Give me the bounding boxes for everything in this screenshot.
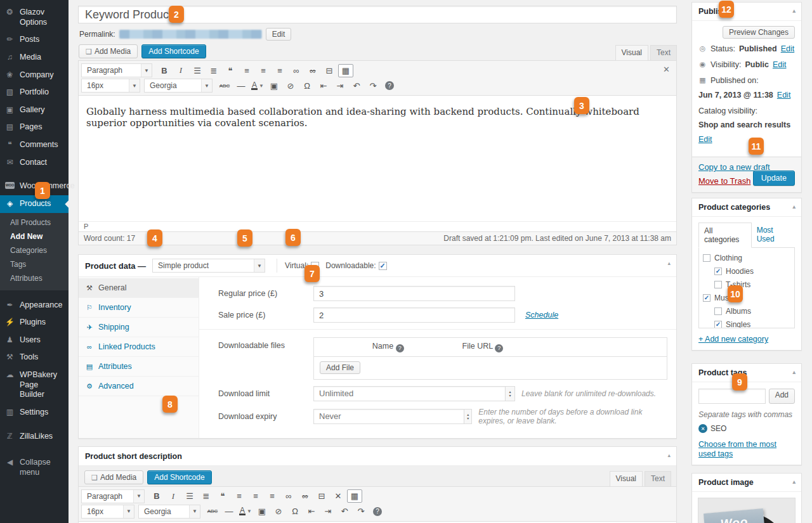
add-tag-button[interactable]: Add bbox=[769, 389, 795, 404]
sidebar-item-appearance[interactable]: ✒ Appearance bbox=[0, 297, 69, 314]
sidebar-item-products[interactable]: ◈ Products bbox=[0, 195, 69, 213]
indent-button[interactable]: ⇥ bbox=[332, 79, 348, 93]
help-icon[interactable]: ? bbox=[396, 344, 404, 352]
move-to-trash-link[interactable]: Move to Trash bbox=[698, 176, 750, 186]
tab-text[interactable]: Text bbox=[650, 45, 677, 60]
link-button[interactable]: ∞ bbox=[281, 489, 296, 503]
sidebar-item-woocommerce[interactable]: WOO WooCommerce bbox=[0, 178, 69, 195]
regular-price-input[interactable] bbox=[313, 286, 515, 301]
downloadable-checkbox[interactable]: ✓ bbox=[379, 262, 387, 270]
bold-button[interactable]: B bbox=[149, 489, 164, 503]
numbered-list-button[interactable]: ≣ bbox=[206, 64, 221, 77]
blockquote-button[interactable]: ❝ bbox=[223, 64, 238, 77]
add-file-button[interactable]: Add File bbox=[320, 361, 360, 374]
sidebar-item-media[interactable]: ♫ Media bbox=[0, 49, 69, 67]
editor-element-path[interactable]: P bbox=[79, 221, 676, 231]
toolbar-toggle-button[interactable]: ▦ bbox=[347, 489, 362, 503]
product-image-thumbnail[interactable]: Woo bbox=[698, 498, 796, 523]
product-image-header[interactable]: Product image▴ bbox=[692, 474, 801, 492]
tab-all-categories[interactable]: All categories bbox=[698, 223, 752, 248]
sidebar-item-plugins[interactable]: ⚡ Plugins bbox=[0, 314, 69, 332]
paragraph-select[interactable]: Paragraph▼ bbox=[81, 63, 152, 77]
indent-button[interactable]: ⇥ bbox=[320, 505, 336, 518]
add-new-category-link[interactable]: + Add new category bbox=[698, 335, 768, 344]
product-type-select[interactable]: Simple product▼ bbox=[152, 259, 265, 273]
italic-button[interactable]: I bbox=[173, 64, 188, 77]
align-center-button[interactable]: ≡ bbox=[256, 64, 271, 77]
status-edit-link[interactable]: Edit bbox=[781, 44, 795, 55]
special-character-button[interactable]: Ω bbox=[287, 505, 303, 518]
submenu-item-attributes[interactable]: Attributes bbox=[0, 271, 69, 285]
tab-advanced[interactable]: ⚙Advanced bbox=[79, 377, 199, 396]
visibility-edit-link[interactable]: Edit bbox=[773, 60, 787, 70]
fullscreen-button[interactable]: ✕ bbox=[331, 489, 346, 503]
align-left-button[interactable]: ≡ bbox=[232, 489, 247, 503]
sidebar-item-contact[interactable]: ✉ Contact bbox=[0, 154, 69, 172]
unlink-button[interactable]: ∞ bbox=[298, 489, 313, 503]
editor-content-area[interactable]: Globally harness multimedia based collab… bbox=[79, 96, 676, 221]
toolbar-toggle-button[interactable]: ▦ bbox=[338, 64, 353, 77]
text-color-button[interactable]: A▼ bbox=[238, 505, 253, 518]
collapse-toggle-icon[interactable]: ▴ bbox=[667, 452, 671, 458]
undo-button[interactable]: ↶ bbox=[337, 505, 352, 518]
choose-most-used-link[interactable]: Choose from the most used tags bbox=[698, 440, 776, 458]
tab-text[interactable]: Text bbox=[645, 471, 671, 486]
add-media-button[interactable]: ❑Add Media bbox=[84, 470, 143, 484]
collapse-toggle-icon[interactable]: ▴ bbox=[792, 203, 796, 210]
more-tag-button[interactable]: ⊟ bbox=[314, 489, 329, 503]
submenu-item-categories[interactable]: Categories bbox=[0, 243, 69, 257]
tab-visual[interactable]: Visual bbox=[610, 471, 643, 486]
sidebar-item-posts[interactable]: ✏ Posts bbox=[0, 31, 69, 49]
category-checkbox[interactable] bbox=[703, 254, 710, 262]
remove-tag-icon[interactable]: ✕ bbox=[698, 424, 707, 433]
collapse-toggle-icon[interactable]: ▴ bbox=[792, 8, 796, 14]
category-checkbox[interactable]: ✓ bbox=[714, 321, 722, 328]
preview-changes-button[interactable]: Preview Changes bbox=[723, 26, 795, 39]
stepper-down-icon[interactable]: ▾ bbox=[467, 416, 469, 420]
tab-shipping[interactable]: ✈Shipping bbox=[79, 318, 199, 337]
bold-button[interactable]: B bbox=[157, 64, 172, 77]
sidebar-item-glazov-options[interactable]: ❂ Glazov Options bbox=[0, 4, 69, 31]
sidebar-item-pages[interactable]: ▤ Pages bbox=[0, 119, 69, 136]
paragraph-select[interactable]: Paragraph▼ bbox=[81, 489, 145, 503]
add-shortcode-button[interactable]: Add Shortcode bbox=[147, 470, 211, 484]
font-size-select[interactable]: 16px▼ bbox=[81, 505, 134, 519]
clear-formatting-button[interactable]: ⊘ bbox=[271, 505, 286, 518]
more-tag-button[interactable]: ⊟ bbox=[322, 64, 337, 77]
sidebar-item-comments[interactable]: ❝ Comments bbox=[0, 136, 69, 154]
blockquote-button[interactable]: ❝ bbox=[215, 489, 230, 503]
new-tag-input[interactable] bbox=[698, 389, 766, 404]
sidebar-item-company[interactable]: ❀ Company bbox=[0, 67, 69, 84]
horizontal-rule-button[interactable]: — bbox=[233, 79, 249, 93]
align-right-button[interactable]: ≡ bbox=[272, 64, 287, 77]
undo-button[interactable]: ↶ bbox=[349, 79, 364, 93]
numbered-list-button[interactable]: ≣ bbox=[199, 489, 214, 503]
collapse-toggle-icon[interactable]: ▴ bbox=[792, 369, 796, 375]
unlink-button[interactable]: ∞ bbox=[305, 64, 320, 77]
number-stepper[interactable]: ▴▾ bbox=[506, 386, 515, 401]
italic-button[interactable]: I bbox=[166, 489, 181, 503]
collapse-toggle-icon[interactable]: ▴ bbox=[667, 260, 671, 266]
catalog-edit-link[interactable]: Edit bbox=[698, 134, 712, 145]
sidebar-item-zillalikes[interactable]: ℤ ZillaLikes bbox=[0, 428, 69, 446]
tab-visual[interactable]: Visual bbox=[615, 45, 648, 60]
category-checkbox[interactable]: ✓ bbox=[714, 268, 722, 275]
sidebar-item-wpbakery[interactable]: ☁ WPBakery Page Builder bbox=[0, 366, 69, 404]
clear-formatting-button[interactable]: ⊘ bbox=[283, 79, 298, 93]
paste-as-text-button[interactable]: ▣ bbox=[266, 79, 282, 93]
bullet-list-button[interactable]: ☰ bbox=[190, 64, 205, 77]
link-button[interactable]: ∞ bbox=[289, 64, 304, 77]
submenu-item-add-new[interactable]: Add New bbox=[0, 229, 69, 243]
align-center-button[interactable]: ≡ bbox=[248, 489, 263, 503]
tab-attributes[interactable]: ▤Attributes bbox=[79, 357, 199, 377]
sidebar-item-settings[interactable]: ▥ Settings bbox=[0, 404, 69, 422]
schedule-link[interactable]: Schedule bbox=[525, 311, 558, 320]
sidebar-item-tools[interactable]: ⚒ Tools bbox=[0, 349, 69, 366]
tab-most-used[interactable]: Most Used bbox=[752, 223, 795, 248]
category-checkbox[interactable]: ✓ bbox=[703, 294, 710, 302]
bullet-list-button[interactable]: ☰ bbox=[182, 489, 197, 503]
submenu-item-all-products[interactable]: All Products bbox=[0, 216, 69, 229]
categories-header[interactable]: Product categories▴ bbox=[692, 198, 801, 217]
fullscreen-icon[interactable]: ✕ bbox=[663, 65, 670, 74]
category-checkbox[interactable] bbox=[714, 307, 722, 315]
